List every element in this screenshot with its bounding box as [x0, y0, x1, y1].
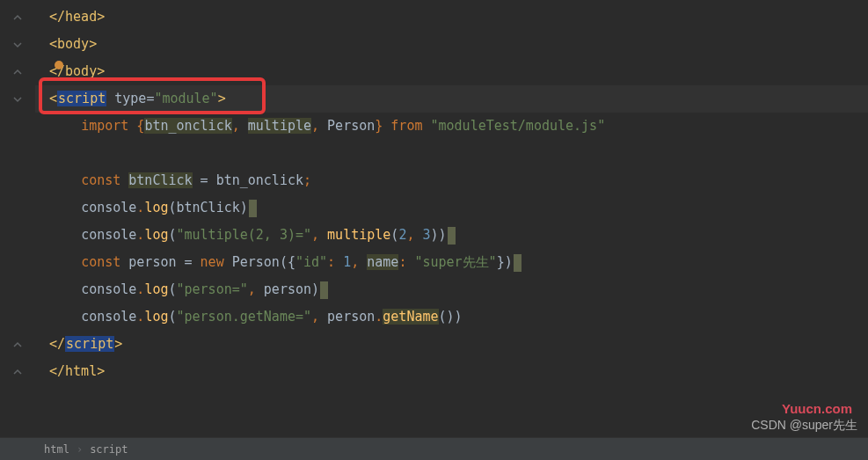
watermark-author: CSDN @super先生	[751, 418, 857, 434]
code-line[interactable]: console.log("multiple(2, 3)=", multiple(…	[35, 222, 868, 249]
watermark-site: Yuucn.com	[782, 401, 852, 416]
breadcrumb-item[interactable]: script	[90, 443, 128, 456]
fold-spacer	[0, 249, 35, 276]
fold-gutter	[0, 0, 35, 431]
code-line[interactable]: console.log("person.getName=", person.ge…	[35, 303, 868, 331]
code-line[interactable]: console.log("person=", person)	[35, 276, 868, 303]
breadcrumb-item[interactable]: html	[44, 443, 69, 456]
fold-up-icon[interactable]	[0, 58, 35, 85]
fold-spacer	[0, 140, 35, 167]
fold-spacer	[0, 276, 35, 303]
fold-spacer	[0, 167, 35, 194]
code-line[interactable]	[35, 140, 868, 167]
body-tag-indicator	[55, 61, 63, 69]
code-line[interactable]: </html>	[35, 358, 868, 385]
fold-spacer	[0, 222, 35, 249]
breadcrumb[interactable]: html › script	[0, 437, 868, 460]
fold-up-icon[interactable]	[0, 4, 35, 31]
chevron-right-icon: ›	[77, 443, 83, 456]
code-line[interactable]: console.log(btnClick)	[35, 194, 868, 222]
fold-spacer	[0, 303, 35, 331]
fold-up-icon[interactable]	[0, 331, 35, 358]
fold-spacer	[0, 194, 35, 222]
fold-down-icon[interactable]	[0, 31, 35, 58]
code-line[interactable]: const person = new Person({"id": 1, name…	[35, 249, 868, 276]
code-line[interactable]: </script>	[35, 331, 868, 358]
code-line[interactable]: <script type="module">	[35, 85, 868, 113]
code-line[interactable]: <body>	[35, 31, 868, 58]
fold-spacer	[0, 113, 35, 140]
code-line[interactable]: </head>	[35, 4, 868, 31]
code-area[interactable]: </head><body></body><script type="module…	[35, 0, 868, 431]
fold-down-icon[interactable]	[0, 85, 35, 113]
fold-up-icon[interactable]	[0, 358, 35, 385]
code-editor[interactable]: </head><body></body><script type="module…	[0, 0, 868, 431]
code-line[interactable]: </body>	[35, 58, 868, 85]
code-line[interactable]: import {btn_onclick, multiple, Person} f…	[35, 113, 868, 140]
code-line[interactable]: const btnClick = btn_onclick;	[35, 167, 868, 194]
